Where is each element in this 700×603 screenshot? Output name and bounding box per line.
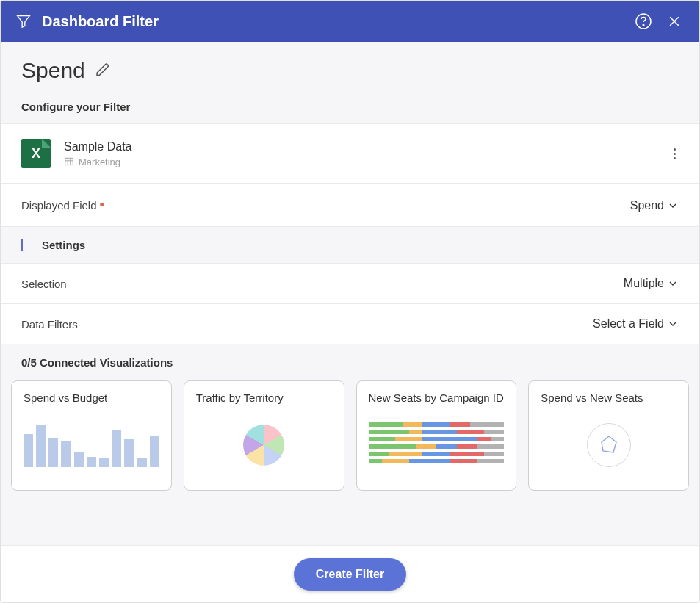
data-filters-label: Data Filters: [21, 318, 78, 331]
chevron-down-icon: [667, 318, 679, 330]
visualizations-section: 0/5 Connected Visualizations Spend vs Bu…: [1, 344, 699, 545]
settings-header: Settings: [1, 226, 699, 263]
datasource-card: X Sample Data Marketing: [1, 123, 699, 184]
data-filters-select[interactable]: Select a Field: [593, 317, 679, 331]
chevron-down-icon: [667, 278, 679, 289]
selection-label: Selection: [21, 278, 67, 290]
visualizations-header: 0/5 Connected Visualizations: [11, 356, 689, 380]
viz-card-pie[interactable]: Traffic by Territory: [184, 380, 344, 491]
displayed-field-select[interactable]: Spend: [630, 199, 679, 212]
datasource-name: Sample Data: [64, 140, 132, 154]
dialog-header: Dashboard Filter: [1, 1, 699, 42]
dialog-title: Dashboard Filter: [42, 13, 623, 30]
table-icon: [64, 156, 74, 167]
viz-title: Traffic by Territory: [196, 391, 332, 404]
data-filters-row: Data Filters Select a Field: [1, 303, 699, 344]
configure-section-label: Configure your Filter: [1, 96, 699, 123]
datasource-table: Marketing: [79, 156, 120, 167]
svg-rect-2: [65, 158, 73, 165]
svg-marker-3: [602, 436, 616, 452]
selection-row: Selection Multiple: [1, 263, 699, 303]
create-filter-button[interactable]: Create Filter: [294, 558, 406, 591]
close-icon[interactable]: [664, 11, 685, 32]
chevron-down-icon: [667, 200, 679, 212]
viz-card-radar[interactable]: Spend vs New Seats: [528, 380, 689, 491]
dialog-content: Spend Configure your Filter X Sample Dat…: [1, 42, 699, 545]
viz-card-bar[interactable]: Spend vs Budget: [11, 380, 172, 491]
filter-name-row: Spend: [1, 42, 699, 96]
svg-point-1: [643, 24, 644, 26]
viz-card-hbar[interactable]: New Seats by Campaign ID: [356, 380, 517, 491]
viz-title: Spend vs Budget: [24, 391, 159, 404]
filter-name: Spend: [21, 58, 85, 83]
displayed-field-row: Displayed Field • Spend: [1, 184, 699, 226]
displayed-field-label: Displayed Field: [21, 199, 97, 212]
required-dot: •: [100, 198, 104, 213]
selection-select[interactable]: Multiple: [624, 277, 679, 290]
viz-title: New Seats by Campaign ID: [369, 391, 505, 404]
filter-icon: [15, 13, 32, 29]
help-icon[interactable]: [633, 11, 654, 32]
viz-title: Spend vs New Seats: [541, 391, 676, 404]
dashboard-filter-dialog: Dashboard Filter Spend Configure your F: [0, 0, 700, 603]
datasource-more-icon[interactable]: [671, 145, 679, 162]
edit-name-icon[interactable]: [94, 61, 113, 80]
dialog-footer: Create Filter: [1, 545, 699, 602]
excel-icon: X: [21, 139, 51, 168]
